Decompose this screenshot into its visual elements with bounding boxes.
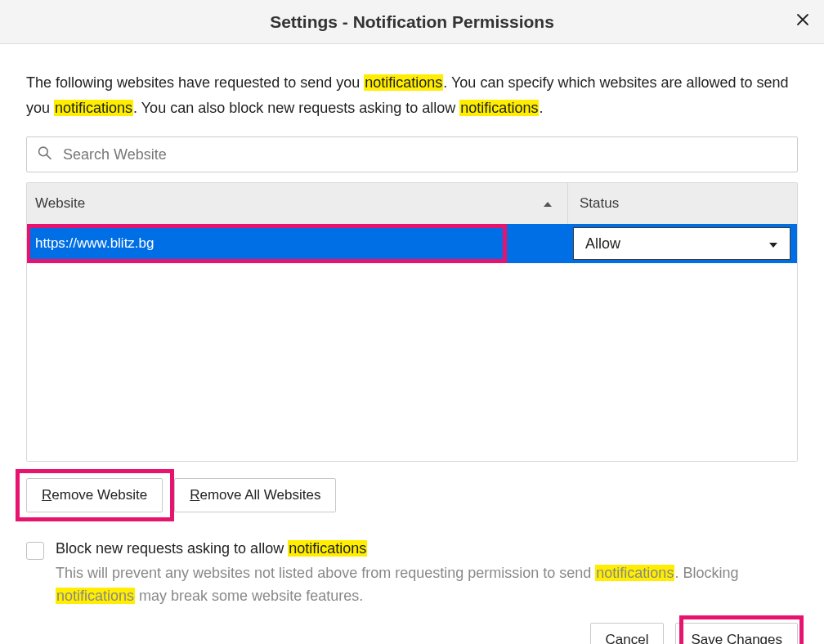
highlight-notifications: notifications xyxy=(54,100,133,116)
highlight-notifications: notifications xyxy=(288,540,367,557)
table-body: https://www.blitz.bg Allow xyxy=(27,224,797,461)
col-header-status[interactable]: Status xyxy=(568,183,797,224)
block-new-requests-checkbox[interactable] xyxy=(26,542,44,560)
block-new-requests-description: This will prevent any websites not liste… xyxy=(56,562,798,608)
sort-asc-icon xyxy=(543,195,553,212)
save-changes-button[interactable]: Save Changes xyxy=(675,623,798,644)
remove-website-button[interactable]: Remove Website xyxy=(26,478,163,512)
close-icon xyxy=(796,13,809,26)
remove-all-websites-button[interactable]: Remove All Websites xyxy=(174,478,336,512)
highlight-notifications: notifications xyxy=(595,565,674,581)
dialog-title: Settings - Notification Permissions xyxy=(270,12,554,32)
search-wrap xyxy=(26,136,798,172)
highlight-notifications: notifications xyxy=(56,588,135,604)
table-header: Website Status xyxy=(27,183,797,224)
search-input[interactable] xyxy=(26,136,798,172)
permissions-table: Website Status https://www.blitz.bg Allo… xyxy=(26,182,798,462)
remove-buttons-row: Remove Website Remove All Websites xyxy=(26,478,798,512)
status-select[interactable]: Allow xyxy=(573,227,790,260)
intro-text: The following websites have requested to… xyxy=(26,70,798,120)
chevron-down-icon xyxy=(768,235,778,253)
cell-website-url: https://www.blitz.bg xyxy=(27,224,568,263)
highlight-notifications: notifications xyxy=(459,100,539,116)
block-new-requests-section: Block new requests asking to allow notif… xyxy=(26,540,798,608)
titlebar: Settings - Notification Permissions xyxy=(0,0,824,44)
table-row[interactable]: https://www.blitz.bg Allow xyxy=(27,224,797,263)
highlight-notifications: notifications xyxy=(364,74,443,91)
cancel-button[interactable]: Cancel xyxy=(590,623,665,644)
status-select-value: Allow xyxy=(585,235,620,253)
footer-buttons: Cancel Save Changes xyxy=(26,623,798,644)
close-button[interactable] xyxy=(791,8,814,31)
block-new-requests-label: Block new requests asking to allow notif… xyxy=(56,540,798,557)
col-header-website[interactable]: Website xyxy=(27,183,568,224)
